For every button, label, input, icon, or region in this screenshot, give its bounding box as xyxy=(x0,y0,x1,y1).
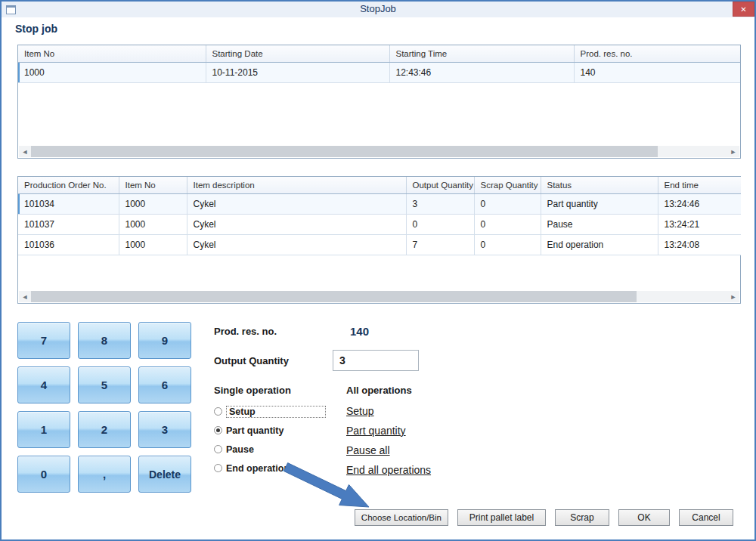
cell-output-quantity: 0 xyxy=(406,214,474,234)
key-4[interactable]: 4 xyxy=(17,366,70,403)
jobs-horizontal-scrollbar[interactable]: ◄ ► xyxy=(19,146,739,157)
column-header-starting-time[interactable]: Starting Time xyxy=(389,45,574,62)
cell-item-no: 1000 xyxy=(18,62,206,82)
scroll-left-icon[interactable]: ◄ xyxy=(19,146,31,157)
window-title: StopJob xyxy=(2,3,754,14)
cell-end-time: 13:24:46 xyxy=(658,193,741,214)
details-panel: Prod. res. no. 140 Output Quantity Singl… xyxy=(214,323,539,484)
scroll-left-icon[interactable]: ◄ xyxy=(19,291,31,302)
cell-status: Part quantity xyxy=(541,193,658,214)
close-icon: ✕ xyxy=(740,5,746,14)
ok-button[interactable]: OK xyxy=(618,509,670,526)
cell-output-quantity: 7 xyxy=(406,234,474,255)
output-quantity-input[interactable] xyxy=(333,350,419,371)
key-1[interactable]: 1 xyxy=(17,411,70,448)
cell-end-time: 13:24:21 xyxy=(658,214,741,234)
cell-item-no: 1000 xyxy=(119,214,187,234)
radio-icon xyxy=(214,464,222,472)
jobs-grid: Item No Starting Date Starting Time Prod… xyxy=(18,45,740,83)
column-header-item-description[interactable]: Item description xyxy=(187,177,406,193)
key-0[interactable]: 0 xyxy=(17,456,70,493)
operations-header-row: Production Order No. Item No Item descri… xyxy=(18,177,741,193)
cell-item-no: 1000 xyxy=(119,193,187,214)
key-8[interactable]: 8 xyxy=(78,322,131,359)
numeric-keypad: 7 8 9 4 5 6 1 2 3 0 , Delete xyxy=(17,322,191,493)
single-operation-group: Single operation Setup Part quantity Pau… xyxy=(214,385,346,484)
prod-res-value: 140 xyxy=(350,325,369,338)
output-quantity-label: Output Quantity xyxy=(214,355,333,366)
cell-item-description: Cykel xyxy=(187,193,406,214)
job-row[interactable]: 1000 10-11-2015 12:43:46 140 xyxy=(18,62,740,82)
cell-end-time: 13:24:08 xyxy=(658,234,741,255)
scrap-button[interactable]: Scrap xyxy=(555,509,609,526)
operations-table: Production Order No. Item No Item descri… xyxy=(17,176,741,304)
radio-part-quantity-label: Part quantity xyxy=(226,425,284,436)
key-3[interactable]: 3 xyxy=(138,411,191,448)
scroll-right-icon[interactable]: ► xyxy=(727,146,739,157)
choose-location-bin-button[interactable]: Choose Location/Bin xyxy=(355,509,448,526)
link-setup[interactable]: Setup xyxy=(346,405,374,418)
column-header-end-time[interactable]: End time xyxy=(658,177,741,193)
scroll-right-icon[interactable]: ► xyxy=(727,291,739,302)
scrollbar-thumb[interactable] xyxy=(31,291,637,302)
column-header-output-quantity[interactable]: Output Quantity xyxy=(406,177,474,193)
column-header-item-no[interactable]: Item No xyxy=(18,45,206,62)
cell-item-description: Cykel xyxy=(187,214,406,234)
operation-row[interactable]: 101034 1000 Cykel 3 0 Part quantity 13:2… xyxy=(18,193,741,214)
column-header-prod-res-no[interactable]: Prod. res. no. xyxy=(574,45,740,62)
column-header-production-order-no[interactable]: Production Order No. xyxy=(18,177,119,193)
link-end-all-operations[interactable]: End all operations xyxy=(346,464,431,477)
print-pallet-label-button[interactable]: Print pallet label xyxy=(457,509,546,526)
cell-starting-date: 10-11-2015 xyxy=(206,62,389,82)
scrollbar-thumb[interactable] xyxy=(31,146,658,157)
key-7[interactable]: 7 xyxy=(17,322,70,359)
radio-icon xyxy=(214,407,222,416)
key-2[interactable]: 2 xyxy=(78,411,131,448)
prod-res-label: Prod. res. no. xyxy=(214,326,350,337)
link-pause-all[interactable]: Pause all xyxy=(346,444,390,457)
cell-status: Pause xyxy=(541,214,658,234)
radio-pause[interactable]: Pause xyxy=(214,443,346,456)
key-delete[interactable]: Delete xyxy=(138,456,191,493)
operations-grid: Production Order No. Item No Item descri… xyxy=(18,177,741,255)
titlebar[interactable]: StopJob ✕ xyxy=(2,2,754,17)
cell-order-no: 101036 xyxy=(18,234,119,255)
column-header-item-no[interactable]: Item No xyxy=(119,177,187,193)
cell-status: End operation xyxy=(541,234,658,255)
radio-icon xyxy=(214,426,222,434)
scrollbar-track[interactable] xyxy=(31,291,727,302)
cell-starting-time: 12:43:46 xyxy=(389,62,574,82)
operations-horizontal-scrollbar[interactable]: ◄ ► xyxy=(19,291,739,302)
cell-order-no: 101037 xyxy=(18,214,119,234)
link-part-quantity[interactable]: Part quantity xyxy=(346,425,406,437)
column-header-scrap-quantity[interactable]: Scrap Quantity xyxy=(474,177,541,193)
key-comma[interactable]: , xyxy=(78,456,131,493)
radio-setup-label: Setup xyxy=(226,406,326,418)
single-operation-label: Single operation xyxy=(214,385,346,397)
radio-end-operation[interactable]: End operation xyxy=(214,462,346,475)
page-title: Stop job xyxy=(15,23,57,35)
all-operations-group: All operations Setup Part quantity Pause… xyxy=(346,385,431,484)
close-button[interactable]: ✕ xyxy=(733,2,754,17)
cell-item-no: 1000 xyxy=(119,234,187,255)
scrollbar-track[interactable] xyxy=(31,146,727,157)
radio-end-operation-label: End operation xyxy=(226,463,290,474)
radio-icon xyxy=(214,445,222,453)
cell-item-description: Cykel xyxy=(187,234,406,255)
cancel-button[interactable]: Cancel xyxy=(679,509,733,526)
key-9[interactable]: 9 xyxy=(138,322,191,359)
cell-scrap-quantity: 0 xyxy=(474,234,541,255)
operation-row[interactable]: 101037 1000 Cykel 0 0 Pause 13:24:21 xyxy=(18,214,741,234)
cell-prod-res-no: 140 xyxy=(574,62,740,82)
radio-setup[interactable]: Setup xyxy=(214,405,346,418)
cell-scrap-quantity: 0 xyxy=(474,193,541,214)
jobs-table: Item No Starting Date Starting Time Prod… xyxy=(17,45,741,159)
cell-output-quantity: 3 xyxy=(406,193,474,214)
column-header-status[interactable]: Status xyxy=(541,177,658,193)
radio-part-quantity[interactable]: Part quantity xyxy=(214,424,346,437)
operation-row[interactable]: 101036 1000 Cykel 7 0 End operation 13:2… xyxy=(18,234,741,255)
key-5[interactable]: 5 xyxy=(78,366,131,403)
key-6[interactable]: 6 xyxy=(138,366,191,403)
cell-scrap-quantity: 0 xyxy=(474,214,541,234)
column-header-starting-date[interactable]: Starting Date xyxy=(206,45,389,62)
